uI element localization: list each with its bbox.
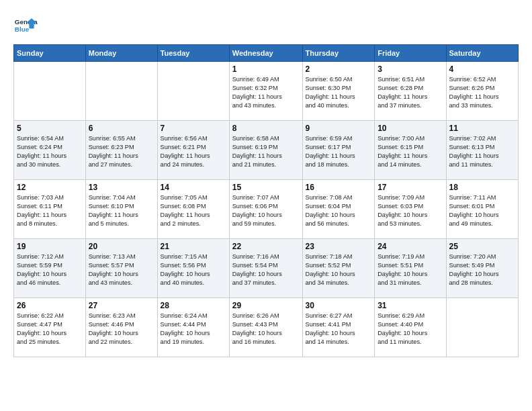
day-info: Sunrise: 6:22 AM Sunset: 4:47 PM Dayligh… bbox=[17, 312, 83, 347]
day-cell bbox=[446, 298, 519, 357]
day-info: Sunrise: 7:03 AM Sunset: 6:11 PM Dayligh… bbox=[17, 193, 83, 228]
day-cell bbox=[157, 62, 229, 121]
day-info: Sunrise: 7:13 AM Sunset: 5:57 PM Dayligh… bbox=[89, 253, 154, 287]
day-number: 9 bbox=[306, 124, 372, 133]
day-info: Sunrise: 6:51 AM Sunset: 6:28 PM Dayligh… bbox=[378, 75, 443, 110]
logo: General Blue bbox=[13, 13, 40, 38]
day-info: Sunrise: 6:58 AM Sunset: 6:19 PM Dayligh… bbox=[232, 134, 300, 169]
day-cell: 10Sunrise: 7:00 AM Sunset: 6:15 PM Dayli… bbox=[375, 121, 446, 180]
day-info: Sunrise: 7:19 AM Sunset: 5:51 PM Dayligh… bbox=[378, 253, 443, 287]
day-info: Sunrise: 7:18 AM Sunset: 5:52 PM Dayligh… bbox=[306, 253, 372, 287]
day-info: Sunrise: 6:59 AM Sunset: 6:17 PM Dayligh… bbox=[306, 134, 372, 169]
weekday-header-thursday: Thursday bbox=[302, 45, 375, 62]
day-number: 28 bbox=[161, 301, 226, 310]
day-cell: 30Sunrise: 6:27 AM Sunset: 4:41 PM Dayli… bbox=[302, 298, 375, 357]
day-number: 24 bbox=[378, 242, 443, 251]
day-info: Sunrise: 6:56 AM Sunset: 6:21 PM Dayligh… bbox=[161, 134, 226, 169]
day-cell: 26Sunrise: 6:22 AM Sunset: 4:47 PM Dayli… bbox=[14, 298, 86, 357]
day-number: 17 bbox=[378, 183, 443, 192]
day-number: 20 bbox=[89, 242, 154, 251]
weekday-header-row: SundayMondayTuesdayWednesdayThursdayFrid… bbox=[14, 45, 519, 62]
day-cell: 23Sunrise: 7:18 AM Sunset: 5:52 PM Dayli… bbox=[302, 239, 375, 298]
day-number: 26 bbox=[17, 301, 83, 310]
week-row-3: 12Sunrise: 7:03 AM Sunset: 6:11 PM Dayli… bbox=[14, 180, 519, 239]
day-info: Sunrise: 6:29 AM Sunset: 4:40 PM Dayligh… bbox=[378, 312, 443, 347]
day-cell bbox=[85, 62, 157, 121]
page: General Blue SundayMondayTuesdayWednesda… bbox=[0, 0, 532, 364]
day-number: 6 bbox=[89, 124, 154, 133]
day-cell: 13Sunrise: 7:04 AM Sunset: 6:10 PM Dayli… bbox=[85, 180, 157, 239]
day-info: Sunrise: 6:26 AM Sunset: 4:43 PM Dayligh… bbox=[232, 312, 300, 347]
day-number: 13 bbox=[89, 183, 154, 192]
day-cell: 15Sunrise: 7:07 AM Sunset: 6:06 PM Dayli… bbox=[229, 180, 302, 239]
day-number: 14 bbox=[161, 183, 226, 192]
week-row-1: 1Sunrise: 6:49 AM Sunset: 6:32 PM Daylig… bbox=[14, 62, 519, 121]
day-cell: 27Sunrise: 6:23 AM Sunset: 4:46 PM Dayli… bbox=[85, 298, 157, 357]
day-number: 11 bbox=[449, 124, 516, 133]
day-number: 8 bbox=[232, 124, 300, 133]
day-number: 25 bbox=[449, 242, 516, 251]
day-cell: 9Sunrise: 6:59 AM Sunset: 6:17 PM Daylig… bbox=[302, 121, 375, 180]
day-cell: 14Sunrise: 7:05 AM Sunset: 6:08 PM Dayli… bbox=[157, 180, 229, 239]
day-info: Sunrise: 7:07 AM Sunset: 6:06 PM Dayligh… bbox=[232, 193, 300, 228]
day-cell: 17Sunrise: 7:09 AM Sunset: 6:03 PM Dayli… bbox=[375, 180, 446, 239]
day-number: 15 bbox=[232, 183, 300, 192]
day-info: Sunrise: 6:52 AM Sunset: 6:26 PM Dayligh… bbox=[449, 75, 516, 110]
day-number: 10 bbox=[378, 124, 443, 133]
header: General Blue bbox=[13, 13, 519, 38]
day-info: Sunrise: 7:16 AM Sunset: 5:54 PM Dayligh… bbox=[232, 253, 300, 287]
day-cell: 2Sunrise: 6:50 AM Sunset: 6:30 PM Daylig… bbox=[302, 62, 375, 121]
day-info: Sunrise: 7:08 AM Sunset: 6:04 PM Dayligh… bbox=[306, 193, 372, 228]
day-number: 31 bbox=[378, 301, 443, 310]
day-cell: 24Sunrise: 7:19 AM Sunset: 5:51 PM Dayli… bbox=[375, 239, 446, 298]
day-info: Sunrise: 6:54 AM Sunset: 6:24 PM Dayligh… bbox=[17, 134, 83, 169]
day-info: Sunrise: 6:24 AM Sunset: 4:44 PM Dayligh… bbox=[161, 312, 226, 347]
weekday-header-sunday: Sunday bbox=[14, 45, 86, 62]
day-info: Sunrise: 7:09 AM Sunset: 6:03 PM Dayligh… bbox=[378, 193, 443, 228]
day-number: 12 bbox=[17, 183, 83, 192]
day-cell: 11Sunrise: 7:02 AM Sunset: 6:13 PM Dayli… bbox=[446, 121, 519, 180]
day-number: 19 bbox=[17, 242, 83, 251]
weekday-header-wednesday: Wednesday bbox=[229, 45, 302, 62]
day-info: Sunrise: 7:20 AM Sunset: 5:49 PM Dayligh… bbox=[449, 253, 516, 287]
day-cell: 20Sunrise: 7:13 AM Sunset: 5:57 PM Dayli… bbox=[85, 239, 157, 298]
logo-icon: General Blue bbox=[13, 13, 38, 38]
day-cell: 8Sunrise: 6:58 AM Sunset: 6:19 PM Daylig… bbox=[229, 121, 302, 180]
day-cell: 3Sunrise: 6:51 AM Sunset: 6:28 PM Daylig… bbox=[375, 62, 446, 121]
day-number: 1 bbox=[232, 64, 300, 74]
day-number: 5 bbox=[17, 124, 83, 133]
day-cell: 18Sunrise: 7:11 AM Sunset: 6:01 PM Dayli… bbox=[446, 180, 519, 239]
day-cell bbox=[14, 62, 86, 121]
svg-text:Blue: Blue bbox=[15, 26, 30, 33]
day-info: Sunrise: 7:11 AM Sunset: 6:01 PM Dayligh… bbox=[449, 193, 516, 228]
week-row-5: 26Sunrise: 6:22 AM Sunset: 4:47 PM Dayli… bbox=[14, 298, 519, 357]
day-number: 7 bbox=[161, 124, 226, 133]
day-cell: 4Sunrise: 6:52 AM Sunset: 6:26 PM Daylig… bbox=[446, 62, 519, 121]
weekday-header-monday: Monday bbox=[85, 45, 157, 62]
day-cell: 6Sunrise: 6:55 AM Sunset: 6:23 PM Daylig… bbox=[85, 121, 157, 180]
day-number: 22 bbox=[232, 242, 300, 251]
day-info: Sunrise: 7:12 AM Sunset: 5:59 PM Dayligh… bbox=[17, 253, 83, 287]
day-info: Sunrise: 7:04 AM Sunset: 6:10 PM Dayligh… bbox=[89, 193, 154, 228]
day-info: Sunrise: 7:05 AM Sunset: 6:08 PM Dayligh… bbox=[161, 193, 226, 228]
day-cell: 28Sunrise: 6:24 AM Sunset: 4:44 PM Dayli… bbox=[157, 298, 229, 357]
weekday-header-friday: Friday bbox=[375, 45, 446, 62]
day-cell: 31Sunrise: 6:29 AM Sunset: 4:40 PM Dayli… bbox=[375, 298, 446, 357]
day-cell: 7Sunrise: 6:56 AM Sunset: 6:21 PM Daylig… bbox=[157, 121, 229, 180]
day-cell: 16Sunrise: 7:08 AM Sunset: 6:04 PM Dayli… bbox=[302, 180, 375, 239]
day-info: Sunrise: 7:02 AM Sunset: 6:13 PM Dayligh… bbox=[449, 134, 516, 169]
day-cell: 5Sunrise: 6:54 AM Sunset: 6:24 PM Daylig… bbox=[14, 121, 86, 180]
day-number: 29 bbox=[232, 301, 300, 310]
day-number: 3 bbox=[378, 64, 443, 74]
week-row-2: 5Sunrise: 6:54 AM Sunset: 6:24 PM Daylig… bbox=[14, 121, 519, 180]
weekday-header-saturday: Saturday bbox=[446, 45, 519, 62]
day-number: 16 bbox=[306, 183, 372, 192]
day-cell: 12Sunrise: 7:03 AM Sunset: 6:11 PM Dayli… bbox=[14, 180, 86, 239]
day-info: Sunrise: 6:50 AM Sunset: 6:30 PM Dayligh… bbox=[306, 75, 372, 110]
day-cell: 22Sunrise: 7:16 AM Sunset: 5:54 PM Dayli… bbox=[229, 239, 302, 298]
day-cell: 25Sunrise: 7:20 AM Sunset: 5:49 PM Dayli… bbox=[446, 239, 519, 298]
day-info: Sunrise: 6:27 AM Sunset: 4:41 PM Dayligh… bbox=[306, 312, 372, 347]
day-info: Sunrise: 6:49 AM Sunset: 6:32 PM Dayligh… bbox=[232, 75, 300, 110]
day-info: Sunrise: 7:15 AM Sunset: 5:56 PM Dayligh… bbox=[161, 253, 226, 287]
day-number: 21 bbox=[161, 242, 226, 251]
